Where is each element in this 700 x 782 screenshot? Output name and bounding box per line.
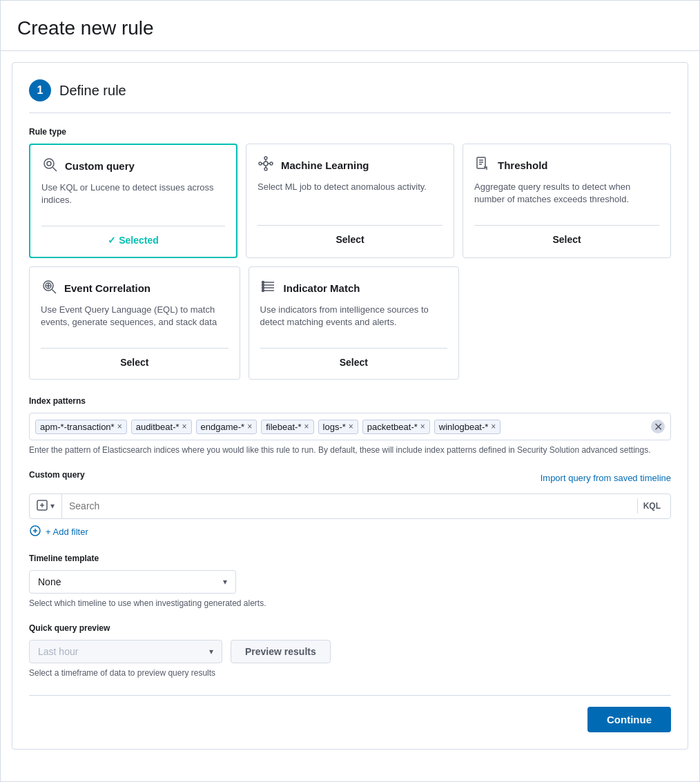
quick-preview-row: Last hour ▾ Preview results	[29, 640, 671, 663]
threshold-icon	[474, 155, 491, 175]
event-correlation-desc: Use Event Query Language (EQL) to match …	[41, 304, 229, 337]
index-patterns-helper: Enter the pattern of Elasticsearch indic…	[29, 444, 671, 456]
svg-point-2	[47, 162, 51, 166]
custom-query-icon	[41, 156, 58, 176]
tag-apm-text: apm-*-transaction*	[40, 422, 115, 432]
step-badge: 1	[29, 79, 51, 101]
event-correlation-select-label: Select	[120, 357, 148, 368]
rule-card-header: Indicator Match	[260, 278, 448, 298]
rule-type-grid-row2: Event Correlation Use Event Query Langua…	[29, 266, 459, 380]
svg-point-6	[259, 162, 262, 165]
svg-line-1	[53, 168, 57, 172]
tag-logs-remove[interactable]: ×	[349, 422, 353, 431]
custom-query-label: Custom query	[29, 470, 85, 480]
ml-icon	[257, 155, 274, 175]
search-bar-icon	[37, 500, 48, 513]
rule-card-header: Custom query	[41, 156, 225, 176]
event-correlation-footer: Select	[41, 348, 229, 368]
svg-point-3	[264, 162, 268, 166]
tag-endgame-remove[interactable]: ×	[247, 422, 252, 431]
svg-point-5	[264, 168, 267, 170]
tag-winlogbeat: winlogbeat-* ×	[434, 420, 501, 434]
custom-query-section: Custom query Import query from saved tim…	[29, 470, 671, 540]
index-patterns-input[interactable]: apm-*-transaction* × auditbeat-* × endga…	[29, 413, 671, 440]
tag-logs-text: logs-*	[323, 422, 346, 432]
tags-clear-all[interactable]: ✕	[651, 420, 665, 433]
tag-auditbeat-text: auditbeat-*	[136, 422, 179, 432]
rule-card-header: Threshold	[474, 155, 659, 175]
custom-query-header: Custom query Import query from saved tim…	[29, 470, 671, 487]
ml-desc: Select ML job to detect anomalous activi…	[257, 181, 443, 214]
ml-footer: Select	[257, 225, 443, 245]
svg-point-25	[262, 282, 264, 284]
svg-point-28	[262, 290, 264, 292]
indicator-match-icon	[260, 278, 277, 298]
svg-line-17	[52, 290, 57, 294]
tag-auditbeat-remove[interactable]: ×	[182, 422, 187, 431]
tag-apm-remove[interactable]: ×	[117, 422, 122, 431]
search-input[interactable]	[62, 495, 637, 517]
page-header: Create new rule	[1, 1, 699, 51]
rule-type-section: Rule type C	[29, 127, 671, 380]
svg-point-26	[262, 284, 264, 286]
main-content: 1 Define rule Rule type	[1, 51, 699, 761]
tag-logs: logs-* ×	[318, 420, 358, 434]
preview-timeframe-dropdown[interactable]: Last hour ▾	[29, 640, 222, 663]
search-bar-controls[interactable]: ▾	[30, 494, 62, 518]
timeline-helper: Select which timeline to use when invest…	[29, 598, 671, 609]
section-title: Define rule	[59, 83, 126, 99]
svg-point-4	[264, 157, 267, 159]
rule-card-machine-learning[interactable]: Machine Learning Select ML job to detect…	[246, 144, 454, 258]
rule-card-header: Event Correlation	[41, 278, 229, 298]
page-container: Create new rule 1 Define rule Rule type	[0, 0, 700, 782]
ml-title: Machine Learning	[281, 159, 369, 171]
quick-preview-section: Quick query preview Last hour ▾ Preview …	[29, 623, 671, 679]
index-patterns-label: Index patterns	[29, 396, 671, 406]
tag-endgame-text: endgame-*	[201, 422, 245, 432]
quick-preview-label: Quick query preview	[29, 623, 671, 633]
filter-icon	[29, 525, 41, 540]
timeline-value: None	[38, 576, 61, 587]
rule-card-indicator-match[interactable]: Indicator Match Use indicators from inte…	[249, 266, 460, 380]
rule-card-header: Machine Learning	[257, 155, 443, 175]
timeline-chevron-icon: ▾	[223, 577, 227, 587]
section-header: 1 Define rule	[29, 79, 671, 113]
timeline-label: Timeline template	[29, 554, 671, 563]
search-bar-chevron[interactable]: ▾	[50, 501, 55, 511]
rule-card-event-correlation[interactable]: Event Correlation Use Event Query Langua…	[29, 266, 240, 380]
event-correlation-title: Event Correlation	[64, 282, 150, 294]
tag-packetbeat-remove[interactable]: ×	[420, 422, 425, 431]
preview-timeframe-value: Last hour	[38, 646, 78, 657]
define-rule-section: 1 Define rule Rule type	[12, 62, 688, 750]
svg-point-0	[44, 159, 54, 168]
rule-card-custom-query[interactable]: Custom query Use KQL or Lucene to detect…	[29, 144, 237, 258]
add-filter-button[interactable]: + Add filter	[46, 527, 88, 537]
ml-select-label: Select	[336, 234, 364, 245]
timeline-dropdown[interactable]: None ▾	[29, 570, 236, 594]
search-bar: ▾ KQL	[29, 493, 671, 519]
checkmark-icon: ✓	[108, 235, 116, 246]
threshold-title: Threshold	[498, 159, 548, 171]
tag-filebeat-remove[interactable]: ×	[304, 422, 309, 431]
tag-winlogbeat-text: winlogbeat-*	[439, 422, 489, 432]
tag-packetbeat-text: packetbeat-*	[367, 422, 418, 432]
tag-apm: apm-*-transaction* ×	[35, 420, 127, 434]
page-title: Create new rule	[17, 17, 683, 39]
continue-button[interactable]: Continue	[587, 707, 671, 732]
indicator-match-footer: Select	[260, 348, 448, 368]
indicator-match-title: Indicator Match	[284, 282, 360, 294]
event-correlation-icon	[41, 278, 57, 298]
selected-label: ✓ Selected	[41, 235, 225, 246]
section-footer: Continue	[29, 695, 671, 732]
preview-results-button[interactable]: Preview results	[231, 640, 331, 663]
rule-card-threshold[interactable]: Threshold Aggregate query results to det…	[463, 144, 671, 258]
custom-query-footer: ✓ Selected	[41, 226, 225, 246]
import-query-link[interactable]: Import query from saved timeline	[541, 473, 671, 483]
quick-preview-helper: Select a timeframe of data to preview qu…	[29, 667, 671, 679]
tag-winlogbeat-remove[interactable]: ×	[491, 422, 496, 431]
preview-dropdown-chevron: ▾	[209, 647, 213, 656]
tag-packetbeat: packetbeat-* ×	[362, 420, 430, 434]
custom-query-title: Custom query	[65, 160, 135, 172]
indicator-match-desc: Use indicators from intelligence sources…	[260, 304, 448, 337]
threshold-select-label: Select	[552, 234, 581, 245]
